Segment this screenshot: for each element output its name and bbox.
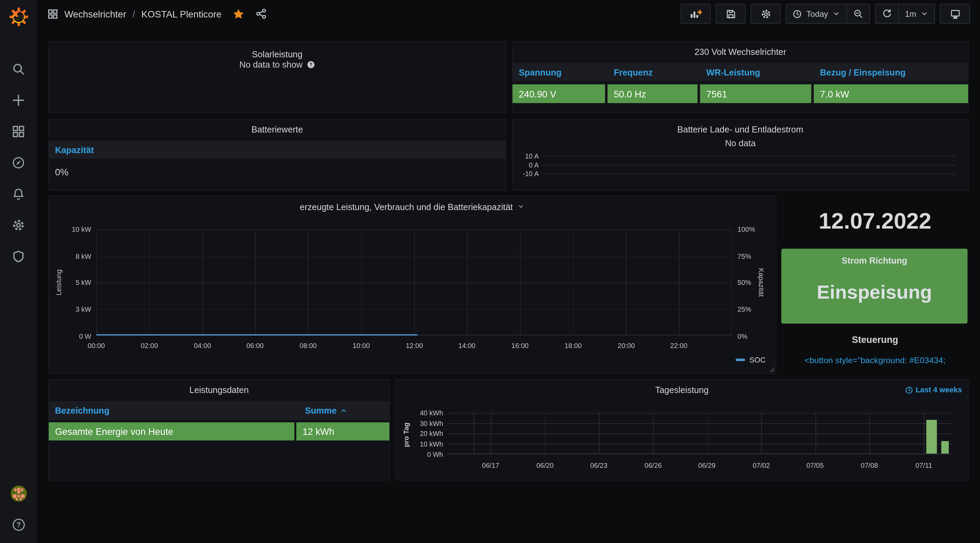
y-tick-left: 0 W: [60, 332, 91, 340]
question-circle-icon: ?: [307, 61, 315, 69]
help-icon[interactable]: ?: [12, 518, 25, 532]
add-panel-button[interactable]: [681, 4, 711, 24]
y-tick: 0 Wh: [413, 450, 443, 458]
grafana-logo-icon[interactable]: [6, 5, 31, 30]
steuerung-code-link[interactable]: <button style="background: #E03434;: [756, 356, 980, 365]
strom-richtung-value: Einspeisung: [781, 281, 967, 304]
no-data-message: No data to show ?: [49, 59, 506, 69]
refresh-interval-picker[interactable]: 1m: [899, 5, 934, 23]
y-tick: 10 A: [515, 152, 539, 160]
time-range-picker[interactable]: Today: [786, 5, 846, 23]
share-icon[interactable]: [256, 8, 267, 19]
refresh-button[interactable]: [876, 5, 898, 23]
dashboard-grid-icon[interactable]: [48, 9, 58, 19]
panel-leistungsdaten: Leistungsdaten Bezeichnung Summe Gesamte…: [48, 379, 390, 481]
panel-tagesleistung: Tagesleistung Last 4 weeks 40 kWh 30 kWh…: [395, 379, 969, 481]
y-axis-label-right: Kapazität: [757, 264, 765, 301]
x-tick: 07/08: [861, 462, 878, 469]
column-header-bezeichnung[interactable]: Bezeichnung: [49, 405, 110, 415]
panel-title[interactable]: erzeugte Leistung, Verbrauch und die Bat…: [49, 202, 776, 212]
value-bezeichnung: Gesamte Energie von Heute: [49, 422, 294, 440]
x-tick: 10:00: [353, 342, 370, 349]
x-tick: 07/02: [752, 462, 770, 469]
y-axis-label-left: Leistung: [55, 264, 62, 301]
x-tick: 08:00: [299, 342, 317, 349]
gridline: [542, 165, 956, 166]
sort-asc-icon: [340, 408, 347, 413]
zoom-out-time-button[interactable]: [847, 5, 869, 23]
breadcrumb: Wechselrichter / KOSTAL Plenticore: [48, 8, 267, 20]
y-tick-left: 10 kW: [60, 225, 91, 233]
column-header-spannung[interactable]: Spannung: [513, 67, 612, 77]
alerting-bell-icon[interactable]: [12, 187, 25, 200]
x-tick: 00:00: [88, 342, 105, 349]
y-tick: 30 kWh: [413, 420, 443, 427]
breadcrumb-section[interactable]: Wechselrichter: [64, 9, 126, 19]
x-tick: 22:00: [670, 342, 687, 349]
strom-richtung-box: Strom Richtung Einspeisung: [781, 249, 967, 323]
kiosk-mode-button[interactable]: [940, 4, 970, 24]
svg-text:?: ?: [309, 62, 312, 67]
x-tick: 02:00: [141, 342, 158, 349]
search-icon[interactable]: [12, 62, 25, 76]
y-tick: 40 kWh: [413, 409, 443, 417]
refresh-interval-label: 1m: [905, 9, 916, 18]
dashboard-settings-button[interactable]: [751, 4, 781, 24]
x-tick: 18:00: [565, 342, 582, 349]
add-icon[interactable]: [12, 93, 25, 107]
panel-time-override[interactable]: Last 4 weeks: [905, 386, 962, 394]
x-tick: 06/17: [482, 462, 499, 469]
x-tick: 06/26: [644, 462, 662, 469]
grafana-app: ? Wechselrichter / KOSTAL Plenticore: [0, 0, 980, 543]
x-tick: 04:00: [194, 342, 211, 349]
y-tick: -10 A: [515, 170, 539, 178]
column-header-bezug-einspeisung[interactable]: Bezug / Einspeisung: [818, 67, 968, 77]
panel-batteriewerte: Batteriewerte Kapazität 0%: [48, 119, 506, 191]
panel-date-strom: 12.07.2022 Strom Richtung Einspeisung St…: [781, 196, 969, 375]
y-tick-left: 8 kW: [60, 252, 91, 260]
table-value-row: 240.90 V 50.0 Hz 7561 7.0 kW: [513, 84, 968, 103]
dashboard-grid: Solarleistung No data to show ? 230 Volt…: [37, 27, 980, 543]
configuration-gear-icon[interactable]: [12, 218, 25, 232]
panel-title[interactable]: Tagesleistung: [396, 385, 968, 395]
column-header-summe[interactable]: Summe: [305, 405, 347, 415]
favorite-star-icon[interactable]: [233, 8, 245, 20]
server-admin-shield-icon[interactable]: [12, 249, 25, 263]
panel-title[interactable]: Leistungsdaten: [49, 385, 390, 395]
x-tick: 14:00: [458, 342, 476, 349]
avatar[interactable]: [10, 485, 26, 502]
table-header-row: Kapazität: [49, 141, 506, 159]
table-header-row: Spannung Frequenz WR-Leistung Bezug / Ei…: [513, 63, 968, 81]
explore-compass-icon[interactable]: [12, 156, 25, 169]
save-dashboard-button[interactable]: [716, 4, 746, 24]
svg-text:?: ?: [16, 521, 21, 529]
panel-ladestrom: Batterie Lade- und Entladestrom No data …: [512, 119, 969, 191]
plot-area[interactable]: [96, 229, 732, 335]
plot-area[interactable]: [447, 413, 952, 454]
x-tick: 12:00: [406, 342, 423, 349]
steuerung-title: Steuerung: [781, 334, 969, 345]
column-header-kapazitaet[interactable]: Kapazität: [49, 144, 94, 154]
table-header-row: Bezeichnung Summe: [49, 401, 390, 420]
bar-07-12: [941, 441, 949, 453]
y-tick-left: 5 kW: [60, 279, 91, 286]
gridline: [542, 174, 956, 175]
panel-title[interactable]: Solarleistung: [49, 49, 506, 59]
x-tick: 06:00: [247, 342, 264, 349]
panel-title[interactable]: 230 Volt Wechselrichter: [513, 47, 968, 57]
panel-title[interactable]: Batterie Lade- und Entladestrom: [513, 124, 968, 134]
panel-menu-chevron-icon: [518, 203, 525, 210]
y-tick-right: 0%: [738, 332, 748, 340]
panel-resize-handle[interactable]: [770, 367, 774, 372]
breadcrumb-page[interactable]: KOSTAL Plenticore: [142, 9, 222, 19]
time-range-group: Today: [786, 4, 870, 24]
y-tick: 20 kWh: [413, 430, 443, 437]
panel-title[interactable]: Batteriewerte: [49, 124, 506, 134]
column-header-frequenz[interactable]: Frequenz: [611, 67, 703, 77]
value-frequenz: 50.0 Hz: [608, 84, 697, 103]
dashboards-icon[interactable]: [12, 124, 25, 138]
y-tick: 0 A: [515, 161, 539, 169]
column-header-wr-leistung[interactable]: WR-Leistung: [704, 67, 818, 77]
value-bezug-einspeisung: 7.0 kW: [814, 84, 968, 103]
x-tick: 07/05: [806, 462, 823, 469]
